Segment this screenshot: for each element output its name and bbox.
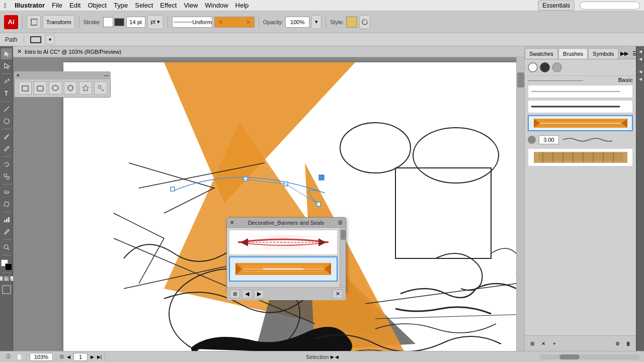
brush-item-orange-selected[interactable] [528,115,633,131]
brush-delete-btn[interactable]: ✕ [539,339,548,348]
vertical-scrollbar[interactable] [516,57,524,351]
canvas-container[interactable]: ✕ — [13,57,516,351]
paintbrush-tool[interactable] [1,131,12,142]
tool-nav-icon[interactable]: ◀ [335,354,339,359]
menu-object[interactable]: Object [88,2,107,9]
rounded-rect-shape-btn[interactable] [34,81,47,95]
brush-list-scrollbar[interactable] [340,228,346,287]
variable-profile-dropdown[interactable]: Uniform [172,17,212,28]
menu-view[interactable]: View [184,2,198,9]
style-swatch[interactable] [346,17,357,28]
menu-help[interactable]: Help [235,2,249,9]
shape-panel-close-icon[interactable]: ✕ [16,73,20,78]
menu-select[interactable]: Select [135,2,153,9]
circle-shape-btn[interactable] [64,81,77,95]
right-strip-btn-4[interactable]: ◀ [637,76,643,82]
brush-panel-menu-icon[interactable]: ☰ [338,220,343,225]
menu-edit[interactable]: Edit [69,2,80,9]
essentials-dropdown[interactable]: Essentials [538,1,575,11]
brush-panel-close-btn[interactable]: ✕ [333,290,343,299]
line-tool[interactable] [1,104,12,115]
vertical-scrollbar-thumb[interactable] [517,72,524,87]
brush-item-textured[interactable] [528,148,633,166]
shape-panel-collapse-icon[interactable]: — [104,73,109,78]
select-tool[interactable] [1,48,12,59]
brush-library-icon[interactable]: ⊞ [230,290,240,299]
rectangle-shape-btn[interactable] [19,81,32,95]
rotate-tool[interactable] [1,159,12,170]
brush-new-btn[interactable]: + [550,339,559,348]
pencil-tool[interactable] [1,143,12,154]
free-transform-tool[interactable] [1,199,12,210]
tab-symbols[interactable]: Symbols [588,48,618,59]
menu-file[interactable]: File [52,2,62,9]
brush-library-btn[interactable]: ⊞ [528,339,537,348]
page-end-icon[interactable]: ▶| [97,354,102,359]
flare-shape-btn[interactable] [94,81,107,95]
direct-select-tool[interactable] [1,60,12,71]
brush-item-2[interactable] [229,256,338,282]
ellipse-shape-btn[interactable] [49,81,62,95]
opacity-input[interactable] [285,17,309,28]
gradient-mode-button[interactable] [4,276,9,281]
opacity-dropdown[interactable]: ▾ [311,15,321,29]
tab-close-icon[interactable]: ✕ [17,48,22,55]
right-strip-btn-3[interactable]: ◀ [637,68,643,74]
brush-trash-btn[interactable]: 🗑 [624,339,633,348]
tab-brushes[interactable]: Brushes [558,48,588,59]
brush-stroke-selector[interactable] [214,17,255,28]
star-shape-btn[interactable] [79,81,92,95]
brush-item-1[interactable] [229,230,338,255]
recolor-button[interactable] [359,15,370,29]
search-icon[interactable] [580,2,640,10]
menu-window[interactable]: Window [205,2,228,9]
options-more-button[interactable]: ▾ [45,35,55,45]
brush-prev-icon[interactable]: ◀ [242,290,252,299]
page-left-icon[interactable]: ◀ [67,354,70,359]
right-strip-btn-1[interactable]: ◀ [637,48,643,54]
brush-dot-1[interactable] [528,62,538,72]
brush-dot-2[interactable] [540,62,550,72]
warp-tool[interactable] [1,187,12,198]
path-label: Path [5,36,18,43]
brush-panel-close-icon[interactable]: ✕ [230,220,234,225]
panel-tab-expand-icon[interactable]: ▶▶ [618,48,630,59]
brush-item-thin[interactable] [528,85,633,98]
shape-tool[interactable] [1,116,12,127]
stroke-size-input[interactable] [126,17,145,28]
color-swatches[interactable] [1,259,12,270]
page-input[interactable] [73,353,88,361]
graph-tool[interactable] [1,214,12,225]
horizontal-scrollbar[interactable] [539,354,640,359]
scale-tool[interactable] [1,171,12,182]
menu-illustrator[interactable]: Illustrator [15,2,45,9]
tool-sep-8 [2,255,11,255]
brush-next-icon[interactable]: ▶ [254,290,264,299]
status-info-icon[interactable]: ⓘ [4,353,12,361]
brush-item-thick[interactable] [528,100,633,113]
menu-type[interactable]: Type [114,2,128,9]
status-doc-icon[interactable]: 📄 [15,353,23,361]
horizontal-scrollbar-thumb[interactable] [559,354,580,359]
menu-effect[interactable]: Effect [160,2,177,9]
brush-size-input[interactable] [539,135,559,144]
pen-tool[interactable] [1,76,12,87]
page-right-icon[interactable]: ▶ [91,354,94,359]
tab-swatches[interactable]: Swatches [525,48,558,59]
arrange-button[interactable] [27,15,41,29]
color-mode-button[interactable] [0,276,3,281]
transform-panel-button[interactable]: Transform [43,15,75,29]
brush-scrollbar-thumb[interactable] [341,230,346,240]
stroke-fill-swatch[interactable] [103,17,113,27]
brush-options-btn[interactable]: ⚙ [613,339,622,348]
screen-mode-button[interactable] [1,284,12,295]
zoom-input[interactable] [30,353,53,361]
eyedropper-tool[interactable] [1,226,12,237]
brush-dot-3[interactable] [552,62,562,72]
type-tool[interactable]: T [1,88,12,99]
stroke-color-swatch[interactable] [114,18,124,26]
stroke-weight-dropdown[interactable]: pt ▾ [147,15,164,29]
panel-tab-menu-icon[interactable]: ☰ [630,48,636,59]
zoom-tool[interactable] [1,242,12,253]
right-strip-btn-2[interactable]: ◀ [637,56,643,62]
